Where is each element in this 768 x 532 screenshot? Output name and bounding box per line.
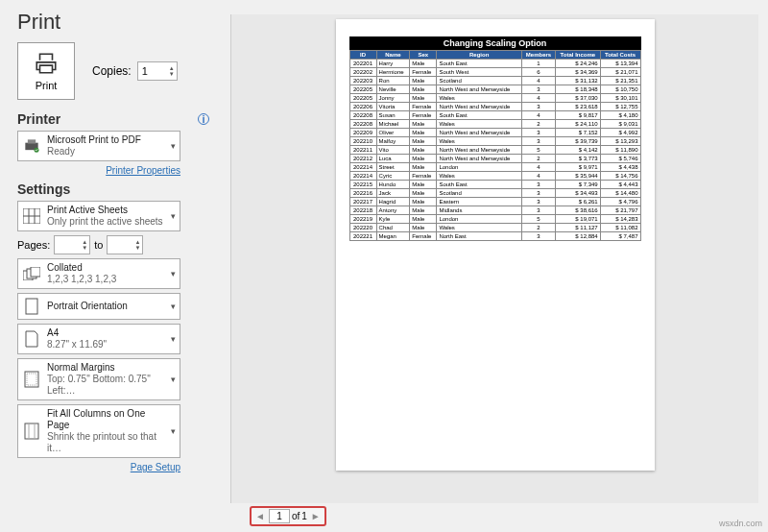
print-preview: Changing Scaling Option IDNameSexRegionM… <box>230 14 758 503</box>
table-row: 202203RonMaleScotland4$ 31,132$ 21,351 <box>349 77 640 85</box>
table-row: 202202HermioneFemaleSouth West6$ 34,369$… <box>349 68 640 77</box>
table-row: 202221MeganFemaleNorth East3$ 12,884$ 7,… <box>349 232 640 241</box>
paper-sub: 8.27" x 11.69" <box>47 339 165 351</box>
page-icon <box>22 329 41 349</box>
print-button[interactable]: Print <box>17 42 75 100</box>
table-row: 202209OliverMaleNorth West and Merseysid… <box>349 129 640 137</box>
margins-select[interactable]: Normal MarginsTop: 0.75" Bottom: 0.75" L… <box>17 358 180 400</box>
scaling-icon <box>22 422 41 441</box>
preview-table: IDNameSexRegionMembersTotal IncomeTotal … <box>349 50 641 241</box>
pages-to-label: to <box>94 239 103 251</box>
table-row: 202211VitoMaleNorth West and Merseyside5… <box>349 146 640 155</box>
table-title: Changing Scaling Option <box>349 36 641 50</box>
printer-icon <box>34 51 59 76</box>
col-header: Sex <box>410 51 437 60</box>
svg-rect-13 <box>25 423 38 439</box>
table-row: 202220ChadMaleWales2$ 11,127$ 11,082 <box>349 224 640 232</box>
table-row: 202214StreetMaleLondon4$ 9,971$ 4,438 <box>349 163 640 172</box>
print-what-select[interactable]: Print Active SheetsOnly print the active… <box>17 201 180 231</box>
table-row: 202217HagridMaleEastern3$ 6,261$ 4,796 <box>349 198 640 206</box>
svg-rect-10 <box>26 299 37 314</box>
collate-select[interactable]: Collated1,2,3 1,2,3 1,2,3 ▾ <box>17 258 180 289</box>
printer-heading: Printer <box>17 111 60 127</box>
margins-sub: Top: 0.75" Bottom: 0.75" Left:… <box>47 374 165 397</box>
table-row: 202205NevilleMaleNorth West and Merseysi… <box>349 85 640 94</box>
scaling-sub: Shrink the printout so that it… <box>47 431 165 454</box>
copies-label: Copies: <box>92 64 132 78</box>
table-row: 202205JonnyMaleWales4$ 37,030$ 30,101 <box>349 94 640 103</box>
col-header: Region <box>437 51 522 60</box>
col-header: Members <box>521 51 555 60</box>
collate-sub: 1,2,3 1,2,3 1,2,3 <box>47 274 165 285</box>
copies-input[interactable] <box>138 63 167 79</box>
scaling-select[interactable]: Fit All Columns on One PageShrink the pr… <box>17 404 180 458</box>
printer-select[interactable]: Microsoft Print to PDF Ready ▾ <box>17 131 180 161</box>
print-what-title: Print Active Sheets <box>47 205 165 216</box>
orientation-title: Portrait Orientation <box>47 301 165 312</box>
page-navigator[interactable]: ◄ of 1 ► <box>250 506 326 526</box>
chevron-down-icon: ▾ <box>171 211 176 221</box>
chevron-down-icon: ▾ <box>171 334 176 344</box>
chevron-down-icon: ▾ <box>171 269 176 278</box>
col-header: Total Income <box>556 51 601 60</box>
pager-total: 1 <box>301 511 307 521</box>
pages-from-stepper[interactable]: ▲▼ <box>54 235 90 254</box>
paper-title: A4 <box>47 327 165 339</box>
printer-status: Ready <box>47 146 165 157</box>
portrait-icon <box>22 297 41 316</box>
print-button-label: Print <box>36 80 58 91</box>
chevron-down-icon: ▾ <box>171 141 176 151</box>
table-row: 202206VitoriaFemaleNorth West and Mersey… <box>349 103 640 111</box>
col-header: ID <box>349 51 376 60</box>
table-row: 202208MichaelMaleWales2$ 24,110$ 9,031 <box>349 120 640 129</box>
table-row: 202214CyricFemaleWales4$ 35,944$ 14,756 <box>349 172 640 181</box>
printer-info-icon[interactable]: i <box>198 113 209 125</box>
scaling-title: Fit All Columns on One Page <box>47 408 165 431</box>
margins-icon <box>22 370 41 389</box>
svg-rect-1 <box>28 139 36 143</box>
printer-name: Microsoft Print to PDF <box>47 134 165 146</box>
sheet-icon <box>22 206 41 226</box>
table-row: 202219KyleMaleLondon5$ 19,071$ 14,283 <box>349 215 640 224</box>
margins-title: Normal Margins <box>47 362 165 374</box>
collate-icon <box>22 264 41 283</box>
print-what-sub: Only print the active sheets <box>47 216 165 228</box>
chevron-down-icon: ▾ <box>171 302 176 311</box>
table-row: 202215HundoMaleSouth East3$ 7,349$ 4,443 <box>349 181 640 189</box>
preview-page: Changing Scaling Option IDNameSexRegionM… <box>336 19 655 471</box>
pages-from-input[interactable] <box>55 237 80 253</box>
page-number-input[interactable] <box>269 509 290 523</box>
table-row: 202212LucaMaleNorth West and Merseyside2… <box>349 155 640 163</box>
svg-rect-9 <box>31 267 40 277</box>
col-header: Total Costs <box>600 51 640 60</box>
watermark: wsxdn.com <box>719 519 762 528</box>
chevron-down-icon: ▾ <box>171 375 176 384</box>
next-page-icon[interactable]: ► <box>309 511 323 521</box>
pages-to-stepper[interactable]: ▲▼ <box>107 235 143 254</box>
pages-to-input[interactable] <box>108 237 132 253</box>
page-title: Print <box>17 10 209 35</box>
col-header: Name <box>376 51 410 60</box>
prev-page-icon[interactable]: ◄ <box>253 511 267 521</box>
printer-device-icon <box>22 136 41 156</box>
settings-heading: Settings <box>17 181 70 197</box>
pages-label: Pages: <box>17 239 50 251</box>
table-row: 202208SusanFemaleSouth East4$ 9,817$ 4,1… <box>349 111 640 120</box>
pager-of-label: of <box>292 511 300 521</box>
table-row: 202210MalfoyMaleWales3$ 39,739$ 13,293 <box>349 137 640 146</box>
orientation-select[interactable]: Portrait Orientation ▾ <box>17 293 180 320</box>
table-row: 202201HarryMaleSouth East1$ 24,246$ 13,3… <box>349 60 640 68</box>
paper-size-select[interactable]: A48.27" x 11.69" ▾ <box>17 324 180 354</box>
page-setup-link[interactable]: Page Setup <box>17 462 180 472</box>
table-row: 202216JackMaleScotland3$ 34,493$ 14,480 <box>349 189 640 198</box>
table-row: 202218AntonyMaleMidlands3$ 38,616$ 21,79… <box>349 206 640 215</box>
collate-title: Collated <box>47 262 165 274</box>
copies-stepper[interactable]: ▲▼ <box>137 61 178 81</box>
printer-properties-link[interactable]: Printer Properties <box>17 165 180 176</box>
chevron-down-icon: ▾ <box>171 426 176 436</box>
